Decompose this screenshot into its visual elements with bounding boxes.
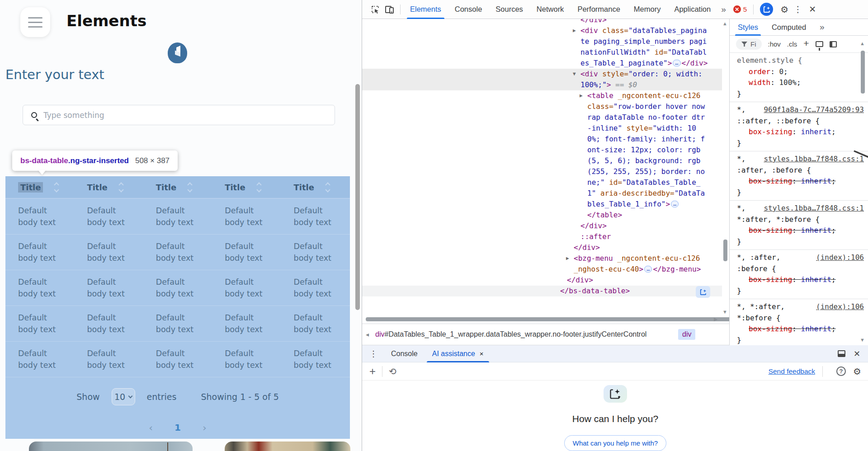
close-devtools-icon[interactable]: ✕ (804, 4, 821, 14)
new-style-rule-button[interactable]: + (803, 38, 809, 49)
pagination-next-button[interactable]: › (203, 422, 207, 433)
dom-tree-node[interactable]: </div> (362, 19, 722, 25)
column-header[interactable]: Title (281, 183, 350, 192)
table-row[interactable]: Default body textDefault body textDefaul… (5, 235, 350, 270)
css-property[interactable]: order: 0; (737, 66, 864, 78)
dom-tree-node[interactable]: ▶<table _ngcontent-ecu-c126 class="row-b… (362, 90, 722, 210)
twisty-collapsed-icon[interactable]: ▶ (580, 90, 583, 101)
css-rule[interactable]: *, *:after,(index):106*:before {box-sizi… (730, 299, 868, 345)
toggle-hover-state-button[interactable]: :hov (768, 40, 781, 48)
css-property[interactable]: box-sizing: inherit; (737, 324, 864, 335)
devtools-tab-application[interactable]: Application (667, 0, 717, 19)
css-property[interactable]: box-sizing: inherit; (737, 127, 864, 138)
new-chat-icon[interactable]: + (369, 365, 376, 378)
rule-source-link[interactable]: styles.1bba…7f848.css:1 (764, 154, 864, 165)
ai-suggestion-button[interactable]: What can you help me with? (564, 435, 666, 451)
sort-icon[interactable] (55, 183, 58, 192)
styles-filter-input[interactable]: Fi (736, 38, 762, 50)
kebab-menu-icon[interactable]: ⋮ (792, 4, 804, 14)
column-header[interactable]: Title (212, 183, 281, 192)
dom-tree-node[interactable]: </div> (362, 275, 722, 286)
table-row[interactable]: Default body textDefault body textDefaul… (5, 199, 350, 235)
dom-vertical-scrollbar[interactable] (723, 240, 727, 261)
css-rule[interactable]: *,styles.1bba…7f848.css:1*:after, *:befo… (730, 201, 868, 250)
css-rule[interactable]: *,969f1a8a-7c…774a5209:93::after, ::befo… (730, 102, 868, 151)
table-row[interactable]: Default body textDefault body textDefaul… (5, 342, 350, 377)
styles-more-tabs-icon[interactable]: » (820, 22, 825, 32)
css-rule[interactable]: *,styles.1bba…7f848.css:1:after, :before… (730, 151, 868, 201)
pagination-prev-button[interactable]: ‹ (149, 422, 153, 433)
photo-thumbnail-right[interactable] (225, 442, 350, 451)
devtools-tab-performance[interactable]: Performance (571, 0, 627, 19)
settings-gear-icon[interactable]: ⚙ (777, 4, 792, 15)
close-drawer-icon[interactable]: ✕ (854, 349, 860, 359)
table-row[interactable]: Default body textDefault body textDefaul… (5, 270, 350, 306)
devtools-tab-memory[interactable]: Memory (627, 0, 668, 19)
ai-assistant-row-badge[interactable] (696, 286, 710, 298)
css-rule[interactable]: *, :after,(index):106:before {box-sizing… (730, 250, 868, 299)
more-tabs-icon[interactable]: » (717, 5, 730, 14)
toggle-classes-button[interactable]: .cls (787, 40, 797, 48)
dom-tree-node[interactable]: ::after (362, 231, 722, 242)
dom-tree-node[interactable]: ▶<bzg-menu _ngcontent-ecu-c126 _nghost-e… (362, 253, 722, 275)
table-row[interactable]: Default body textDefault body textDefaul… (5, 306, 350, 342)
styles-tab-styles[interactable]: Styles (738, 19, 758, 36)
history-icon[interactable]: ⟲ (389, 366, 396, 377)
scroll-down-icon[interactable]: ▼ (722, 309, 727, 315)
sort-icon[interactable] (188, 183, 192, 192)
devtools-tab-console[interactable]: Console (448, 0, 489, 19)
devtools-tab-elements[interactable]: Elements (403, 0, 448, 19)
sort-icon[interactable] (257, 183, 261, 192)
devtools-tab-network[interactable]: Network (530, 0, 571, 19)
rule-source-link[interactable]: (index):106 (816, 301, 864, 313)
column-header[interactable]: Title (143, 183, 212, 192)
expand-ellipsis-badge[interactable]: … (644, 266, 652, 272)
pagination-current-page[interactable]: 1 (175, 422, 181, 433)
expand-ellipsis-badge[interactable]: … (673, 60, 680, 66)
css-rule[interactable]: element.style {order: 0;width: 100%;} (730, 53, 868, 102)
breadcrumb-last-crumb[interactable]: div (678, 329, 695, 340)
column-header[interactable]: Title (74, 183, 143, 192)
inspect-element-icon[interactable] (368, 5, 382, 14)
breadcrumb-back-icon[interactable]: ◂ (362, 331, 375, 338)
styles-tab-computed[interactable]: Computed (772, 19, 806, 36)
help-icon[interactable]: ? (836, 366, 846, 376)
scroll-up-icon[interactable]: ▲ (860, 41, 865, 46)
photo-thumbnail-left[interactable] (29, 442, 193, 451)
dock-panel-icon[interactable] (838, 350, 845, 357)
twisty-collapsed-icon[interactable]: ▶ (573, 25, 576, 36)
dom-tree-node[interactable]: </div> (362, 221, 722, 231)
error-badge[interactable]: ✕ 5 (733, 5, 747, 13)
rule-source-link[interactable]: (index):106 (816, 252, 864, 263)
dock-sidebar-icon[interactable] (830, 41, 837, 47)
css-property[interactable]: box-sizing: inherit; (737, 274, 864, 286)
tab-ai-assistance[interactable]: AI assistance × (425, 345, 491, 362)
ai-assistant-button[interactable] (760, 3, 773, 16)
send-feedback-link[interactable]: Send feedback (769, 367, 815, 376)
dom-tree-node[interactable]: ▼<div style="order: 0; width: 100%;"> ==… (362, 69, 722, 90)
twisty-expanded-icon[interactable]: ▼ (573, 69, 576, 80)
rule-source-link[interactable]: 969f1a8a-7c…774a5209:93 (764, 104, 864, 116)
close-tab-icon[interactable]: × (480, 350, 484, 357)
tab-console[interactable]: Console (384, 345, 425, 362)
device-toolbar-icon[interactable] (382, 5, 397, 14)
scroll-right-icon[interactable]: ▶ (714, 316, 717, 322)
sort-icon[interactable] (326, 183, 330, 192)
search-input[interactable] (43, 111, 315, 120)
styles-vertical-scrollbar[interactable] (861, 51, 865, 94)
css-property[interactable]: box-sizing: inherit; (737, 176, 864, 187)
twisty-collapsed-icon[interactable]: ▶ (566, 253, 569, 264)
settings-gear-icon[interactable]: ⚙ (853, 366, 861, 377)
scroll-up-icon[interactable]: ▲ (722, 21, 727, 26)
css-property[interactable]: width: 100%; (737, 77, 864, 89)
css-property[interactable]: box-sizing: inherit; (737, 225, 864, 236)
breadcrumb-node[interactable]: div#DataTables_Table_1_wrapper.dataTable… (375, 330, 674, 338)
drawer-menu-icon[interactable]: ⋮ (362, 349, 384, 359)
dom-tree-node[interactable]: </div> (362, 242, 722, 253)
dom-tree-node[interactable]: </bs-data-table> (362, 286, 722, 296)
devtools-tab-sources[interactable]: Sources (489, 0, 530, 19)
page-scrollbar[interactable] (355, 84, 360, 310)
paint-format-icon[interactable] (816, 41, 823, 47)
expand-ellipsis-badge[interactable]: … (671, 201, 679, 207)
dom-tree-node[interactable]: ▶<div class="dataTables_paginate paging_… (362, 25, 722, 69)
